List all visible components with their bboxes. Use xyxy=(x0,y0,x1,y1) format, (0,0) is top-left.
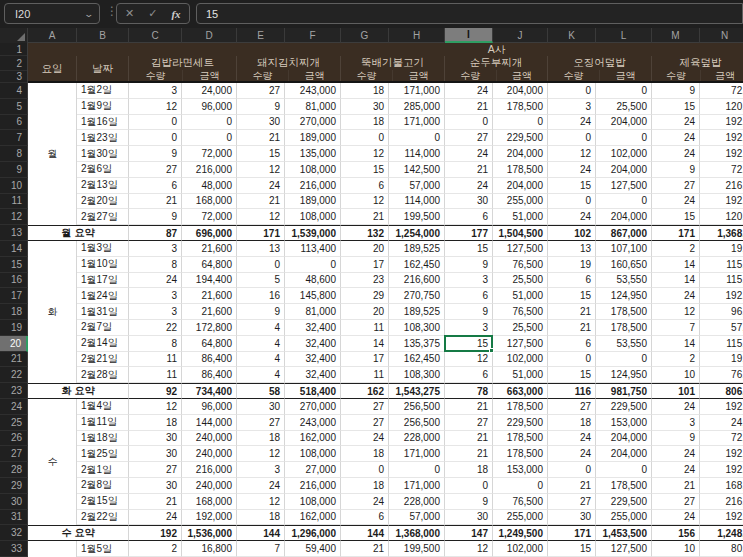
value-cell[interactable]: 27 xyxy=(652,178,700,194)
value-cell[interactable]: 0 xyxy=(548,194,596,210)
day-cell[interactable] xyxy=(28,415,77,431)
value-cell[interactable]: 51,000 xyxy=(493,288,548,304)
amt-header[interactable]: 금액 xyxy=(183,70,236,81)
day-cell[interactable] xyxy=(28,336,77,352)
summary-label-cell[interactable]: 월 요약 xyxy=(28,225,129,241)
value-cell[interactable]: 229,500 xyxy=(596,494,652,510)
date-cell[interactable]: 2월6일 xyxy=(77,162,129,178)
value-cell[interactable]: 108,000 xyxy=(285,494,341,510)
day-cell[interactable] xyxy=(28,367,77,383)
day-cell[interactable] xyxy=(28,130,77,146)
value-cell[interactable]: 32,400 xyxy=(285,352,341,368)
date-cell[interactable]: 2월15일 xyxy=(77,494,129,510)
value-cell[interactable]: 116 xyxy=(548,383,596,399)
value-cell[interactable]: 178,500 xyxy=(596,478,652,494)
day-column-header[interactable]: 요일 xyxy=(28,56,77,81)
value-cell[interactable]: 6 xyxy=(129,178,182,194)
value-cell[interactable]: 171,000 xyxy=(389,115,445,131)
value-cell[interactable]: 81,000 xyxy=(285,304,341,320)
value-cell[interactable]: 1,296,000 xyxy=(285,525,341,541)
value-cell[interactable]: 178,500 xyxy=(493,99,548,115)
row-header[interactable]: 10 xyxy=(0,178,28,194)
value-cell[interactable]: 18 xyxy=(341,446,389,462)
value-cell[interactable]: 216,000 xyxy=(182,162,237,178)
value-cell[interactable]: 27 xyxy=(129,462,182,478)
value-cell[interactable]: 981,750 xyxy=(596,383,652,399)
value-cell[interactable]: 24 xyxy=(445,178,493,194)
value-cell[interactable]: 9 xyxy=(445,494,493,510)
value-cell[interactable]: 9 xyxy=(237,304,285,320)
qty-header[interactable]: 수량 xyxy=(445,70,497,81)
value-cell[interactable]: 734,400 xyxy=(182,383,237,399)
value-cell[interactable]: 96,000 xyxy=(182,99,237,115)
value-cell[interactable]: 3 xyxy=(129,83,182,99)
value-cell[interactable]: 15 xyxy=(652,99,700,115)
value-cell[interactable]: 0 xyxy=(596,83,652,99)
select-all-corner[interactable] xyxy=(0,28,28,43)
value-cell[interactable]: 16,800 xyxy=(182,541,237,557)
value-cell[interactable]: 18 xyxy=(341,478,389,494)
value-cell[interactable]: 27 xyxy=(652,494,700,510)
value-cell[interactable]: 27 xyxy=(237,415,285,431)
value-cell[interactable]: 24 xyxy=(548,431,596,447)
value-cell[interactable]: 25,500 xyxy=(493,320,548,336)
row-header[interactable]: 28 xyxy=(0,462,28,478)
value-cell[interactable]: 2 xyxy=(652,352,700,368)
day-cell[interactable] xyxy=(28,209,77,225)
day-cell[interactable] xyxy=(28,478,77,494)
value-cell[interactable]: 6 xyxy=(445,367,493,383)
value-cell[interactable]: 0 xyxy=(182,115,237,131)
value-cell[interactable]: 229,500 xyxy=(493,415,548,431)
value-cell[interactable]: 6 xyxy=(548,273,596,289)
value-cell[interactable]: 20 xyxy=(341,304,389,320)
value-cell[interactable]: 192, xyxy=(700,288,743,304)
value-cell[interactable]: 162,450 xyxy=(389,257,445,273)
value-cell[interactable]: 57,000 xyxy=(389,178,445,194)
value-cell[interactable]: 189,000 xyxy=(285,194,341,210)
row-header[interactable]: 31 xyxy=(0,510,28,526)
value-cell[interactable]: 24 xyxy=(445,83,493,99)
value-cell[interactable]: 132 xyxy=(341,225,389,241)
day-cell[interactable] xyxy=(28,494,77,510)
row-header[interactable]: 5 xyxy=(0,99,28,115)
company-title[interactable]: A사 xyxy=(445,43,548,56)
value-cell[interactable]: 255,000 xyxy=(493,510,548,526)
day-cell[interactable] xyxy=(28,241,77,257)
row-header[interactable]: 29 xyxy=(0,478,28,494)
value-cell[interactable]: 120, xyxy=(700,99,743,115)
value-cell[interactable]: 178,500 xyxy=(596,304,652,320)
value-cell[interactable]: 21 xyxy=(548,304,596,320)
value-cell[interactable]: 8 xyxy=(129,257,182,273)
value-cell[interactable]: 192, xyxy=(700,462,743,478)
value-cell[interactable]: 867,000 xyxy=(596,225,652,241)
day-cell[interactable] xyxy=(28,288,77,304)
value-cell[interactable]: 78 xyxy=(445,383,493,399)
column-header[interactable]: N xyxy=(700,28,743,43)
value-cell[interactable]: 145,800 xyxy=(285,288,341,304)
value-cell[interactable]: 24 xyxy=(129,510,182,526)
value-cell[interactable]: 135,375 xyxy=(389,336,445,352)
row-header[interactable]: 11 xyxy=(0,194,28,210)
value-cell[interactable]: 21 xyxy=(129,494,182,510)
value-cell[interactable]: 127,500 xyxy=(493,336,548,352)
value-cell[interactable]: 0 xyxy=(596,130,652,146)
value-cell[interactable]: 102,000 xyxy=(493,541,548,557)
value-cell[interactable]: 192, xyxy=(700,130,743,146)
value-cell[interactable]: 18 xyxy=(237,431,285,447)
value-cell[interactable]: 0 xyxy=(341,462,389,478)
row-header[interactable]: 1 xyxy=(0,43,27,56)
value-cell[interactable]: 19, xyxy=(700,241,743,257)
value-cell[interactable]: 156 xyxy=(652,525,700,541)
value-cell[interactable]: 24 xyxy=(548,115,596,131)
value-cell[interactable]: 30 xyxy=(341,99,389,115)
value-cell[interactable]: 0 xyxy=(445,478,493,494)
value-cell[interactable]: 172,800 xyxy=(182,320,237,336)
value-cell[interactable]: 2 xyxy=(652,241,700,257)
date-cell[interactable]: 2월27일 xyxy=(77,209,129,225)
value-cell[interactable]: 3 xyxy=(445,273,493,289)
row-header[interactable]: 16 xyxy=(0,273,28,289)
value-cell[interactable]: 102,000 xyxy=(493,352,548,368)
value-cell[interactable]: 9 xyxy=(652,83,700,99)
value-cell[interactable]: 7 xyxy=(237,541,285,557)
amt-header[interactable]: 금액 xyxy=(393,70,444,81)
